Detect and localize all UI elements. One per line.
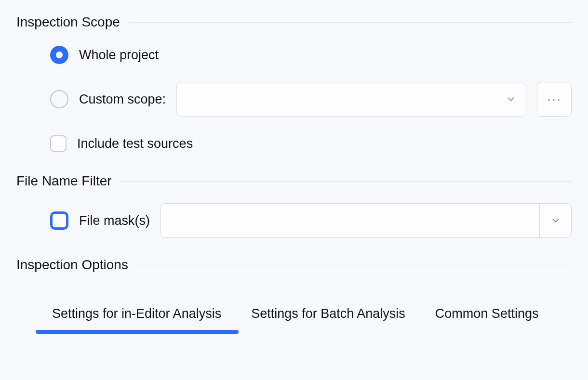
scope-include-tests-row: Include test sources (16, 133, 572, 154)
section-title: Inspection Options (16, 257, 128, 273)
radio-custom-scope[interactable] (50, 90, 68, 108)
checkbox-file-mask-label: File mask(s) (79, 213, 150, 228)
file-mask-row: File mask(s) (16, 203, 572, 238)
tab-label: Settings for in-Editor Analysis (52, 306, 221, 321)
radio-dot-icon (56, 52, 63, 58)
checkbox-file-mask[interactable] (50, 211, 68, 230)
scope-whole-project-row: Whole project (16, 44, 572, 66)
radio-whole-project-label: Whole project (79, 48, 159, 63)
tab-label: Common Settings (435, 306, 539, 321)
chevron-down-icon (506, 94, 516, 105)
scope-browse-button[interactable]: ··· (537, 82, 572, 117)
radio-whole-project[interactable] (50, 46, 68, 64)
tab-batch-analysis[interactable]: Settings for Batch Analysis (249, 301, 407, 333)
section-divider (120, 181, 572, 182)
custom-scope-combo[interactable] (176, 82, 526, 117)
section-divider (137, 265, 572, 265)
dialog-body: Inspection Scope Whole project Custom sc… (0, 0, 588, 333)
section-inspection-scope: Inspection Scope (16, 14, 572, 30)
file-mask-combo[interactable] (160, 203, 572, 238)
ellipsis-icon: ··· (547, 92, 561, 107)
options-tabs: Settings for in-Editor Analysis Settings… (16, 301, 572, 333)
checkbox-include-tests-label: Include test sources (77, 136, 193, 151)
section-divider (129, 22, 572, 23)
section-file-name-filter: File Name Filter (16, 173, 572, 189)
section-title: Inspection Scope (16, 14, 120, 30)
section-inspection-options: Inspection Options (16, 257, 572, 273)
tab-in-editor-analysis[interactable]: Settings for in-Editor Analysis (50, 301, 223, 333)
file-mask-dropdown-button[interactable] (539, 204, 571, 237)
tab-label: Settings for Batch Analysis (251, 306, 405, 321)
radio-custom-scope-label: Custom scope: (79, 92, 166, 107)
section-title: File Name Filter (16, 173, 112, 189)
scope-custom-row: Custom scope: ··· (16, 82, 572, 117)
tab-common-settings[interactable]: Common Settings (433, 301, 541, 333)
chevron-down-icon (550, 215, 561, 226)
checkbox-include-tests[interactable] (50, 135, 67, 152)
